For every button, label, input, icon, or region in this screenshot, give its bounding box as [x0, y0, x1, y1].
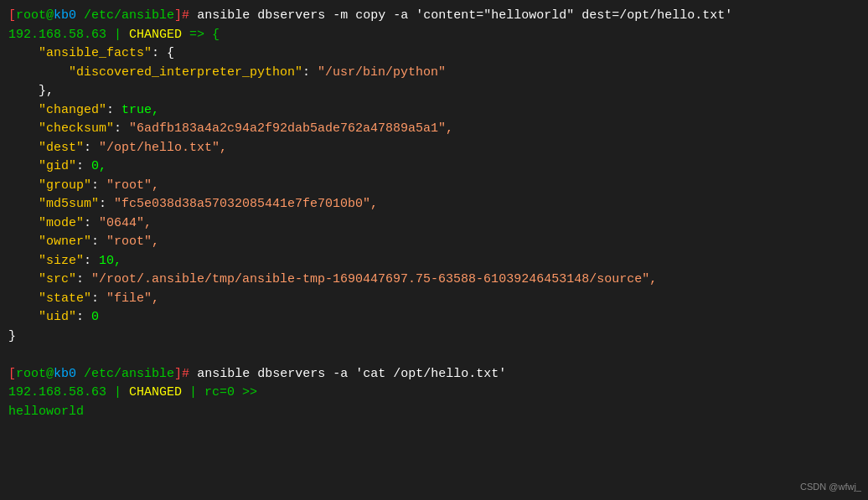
- colon-12: :: [84, 216, 99, 230]
- key-size: "size": [8, 254, 84, 268]
- line-1: [root@kb0 /etc/ansible]# ansible dbserve…: [8, 7, 860, 26]
- key-mode: "mode": [8, 216, 84, 230]
- key-group: "group": [8, 178, 91, 193]
- val-gid: 0,: [91, 159, 106, 173]
- line-10: "group": "root",: [8, 177, 860, 196]
- colon-7: :: [114, 121, 129, 136]
- changed-badge-1: CHANGED: [129, 28, 182, 42]
- val-uid: 0: [91, 310, 99, 324]
- val-changed: true,: [121, 103, 159, 117]
- prompt-at-2: @: [46, 367, 54, 381]
- val-size: 10,: [99, 254, 121, 268]
- line-20: [root@kb0 /etc/ansible]# ansible dbserve…: [8, 365, 860, 384]
- colon-16: :: [91, 291, 106, 306]
- key-discovered: "discovered_interpreter_python": [8, 65, 302, 80]
- key-state: "state": [8, 291, 91, 306]
- line-16: "state": "file",: [8, 290, 860, 309]
- key-gid: "gid": [8, 159, 76, 173]
- val-state: "file",: [106, 291, 159, 306]
- key-changed: "changed": [8, 103, 106, 117]
- val-owner: "root",: [106, 235, 159, 249]
- val-group: "root",: [106, 178, 159, 193]
- line-7: "checksum": "6adfb183a4a2c94a2f92dab5ade…: [8, 120, 860, 139]
- colon-10: :: [91, 178, 106, 193]
- colon-6: :: [106, 103, 121, 117]
- close-facts: },: [8, 84, 54, 98]
- line-18: }: [8, 327, 860, 347]
- val-dest: "/opt/hello.txt",: [99, 141, 227, 155]
- line-8: "dest": "/opt/hello.txt",: [8, 139, 860, 158]
- colon-14: :: [84, 254, 99, 268]
- line-22: helloworld: [8, 403, 860, 422]
- colon-9: :: [76, 159, 91, 173]
- line-21: 192.168.58.63 | CHANGED | rc=0 >>: [8, 384, 860, 403]
- line-17: "uid": 0: [8, 308, 860, 327]
- key-md5sum: "md5sum": [8, 197, 99, 211]
- key-dest: "dest": [8, 141, 84, 155]
- prompt-host-2: kb0: [54, 367, 76, 381]
- cmd-2: ansible dbservers -a 'cat /opt/hello.txt…: [189, 367, 506, 381]
- val-md5sum: "fc5e038d38a57032085441e7fe7010b0",: [114, 197, 378, 211]
- colon-13: :: [91, 235, 106, 249]
- val-src: "/root/.ansible/tmp/ansible-tmp-16904476…: [91, 272, 657, 286]
- colon-15: :: [76, 272, 91, 286]
- changed-badge-2: CHANGED: [129, 385, 182, 399]
- watermark: CSDN @wfwj_: [800, 480, 861, 494]
- terminal-window: [root@kb0 /etc/ansible]# ansible dbserve…: [0, 0, 868, 500]
- line-2: 192.168.58.63 | CHANGED => {: [8, 26, 860, 45]
- prompt-at-1: @: [46, 8, 54, 23]
- key-uid: "uid": [8, 310, 76, 324]
- ip-1: 192.168.58.63: [8, 28, 106, 42]
- prompt-user-2: root: [16, 367, 46, 381]
- key-checksum: "checksum": [8, 121, 114, 136]
- colon-11: :: [99, 197, 114, 211]
- val-mode: "0644",: [99, 216, 152, 230]
- cmd-1: ansible dbservers -m copy -a 'content="h…: [189, 8, 732, 23]
- line-6: "changed": true,: [8, 101, 860, 121]
- prompt-path-1: /etc/ansible: [76, 8, 174, 23]
- line-12: "mode": "0644",: [8, 214, 860, 234]
- key-ansible-facts: "ansible_facts": [8, 46, 152, 60]
- line-5: },: [8, 82, 860, 101]
- line-blank: [8, 346, 860, 365]
- prompt-hash-2: #: [182, 367, 189, 381]
- sep-2a: |: [106, 385, 129, 399]
- line-11: "md5sum": "fc5e038d38a57032085441e7fe701…: [8, 195, 860, 214]
- line-15: "src": "/root/.ansible/tmp/ansible-tmp-1…: [8, 271, 860, 290]
- line-13: "owner": "root",: [8, 233, 860, 252]
- close-main: }: [8, 329, 16, 343]
- sep-2b: | rc=0 >>: [182, 385, 257, 399]
- colon-8: :: [84, 141, 99, 155]
- output-helloworld: helloworld: [8, 405, 84, 419]
- key-src: "src": [8, 272, 76, 286]
- prompt-user-1: root: [16, 8, 46, 23]
- prompt-bracket-close-1: ]: [174, 8, 182, 23]
- arrow-1: => {: [182, 28, 220, 42]
- sep-1: |: [106, 28, 129, 42]
- prompt-host-1: kb0: [54, 8, 76, 23]
- line-4: "discovered_interpreter_python": "/usr/b…: [8, 64, 860, 83]
- val-discovered: "/usr/bin/python": [318, 65, 446, 80]
- prompt-bracket-1: [: [8, 8, 16, 23]
- colon-4: :: [302, 65, 318, 80]
- colon-3: : {: [152, 46, 174, 60]
- line-3: "ansible_facts": {: [8, 44, 860, 64]
- ip-2: 192.168.58.63: [8, 385, 106, 399]
- key-owner: "owner": [8, 235, 91, 249]
- line-14: "size": 10,: [8, 252, 860, 271]
- prompt-bracket-close-2: ]: [174, 367, 182, 381]
- prompt-bracket-2: [: [8, 367, 16, 381]
- colon-17: :: [76, 310, 91, 324]
- val-checksum: "6adfb183a4a2c94a2f92dab5ade762a47889a5a…: [129, 121, 453, 136]
- prompt-hash-1: #: [182, 8, 189, 23]
- line-9: "gid": 0,: [8, 157, 860, 177]
- prompt-path-2: /etc/ansible: [76, 367, 174, 381]
